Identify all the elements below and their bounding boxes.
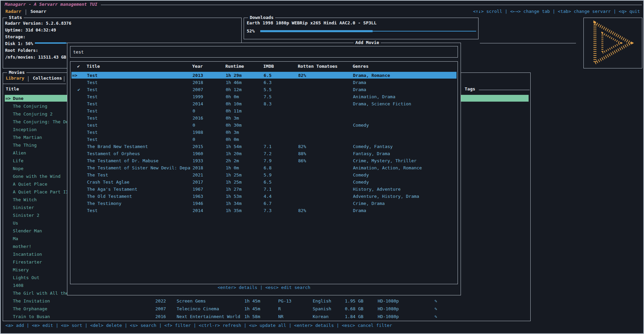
search-result-row[interactable]: Test 1999 0h 0m 7.5 Animation, Drama xyxy=(71,93,457,100)
tab-sonarr[interactable]: Sonarr xyxy=(30,9,46,14)
search-result-row[interactable]: Test 0 0h 0m xyxy=(71,136,457,143)
search-result-row[interactable]: Test 2016 0h 3m xyxy=(71,114,457,122)
result-title: Test xyxy=(87,136,191,143)
tab-radarr[interactable]: Radarr xyxy=(5,9,21,14)
result-title: Test xyxy=(87,72,191,79)
movie-list-item[interactable]: Train to Busan 2016 Next Entertainment W… xyxy=(3,313,530,320)
search-result-row[interactable]: The Aga's Testament 1967 1h 27m 7.1 Hist… xyxy=(71,186,457,193)
search-result-row[interactable]: The Brand New Testament 2015 1h 54m 7.1 … xyxy=(71,143,457,150)
search-result-row[interactable]: Test 2014 0h 10m 8.3 Drama, Science Fict… xyxy=(71,100,457,107)
result-runtime: 0h 12m xyxy=(226,86,242,93)
result-rotten-tomatoes: 82% xyxy=(298,143,306,150)
tags-column-header: Tags xyxy=(465,86,475,91)
movie-certification: PG-13 xyxy=(278,297,291,305)
search-result-row[interactable]: The Test 2021 1h 25m 5.9 Comedy xyxy=(71,171,457,179)
result-title: The Testament of Dr. Mabuse xyxy=(87,157,191,164)
background-panel-border xyxy=(480,43,576,43)
result-genres: Drama, Science Fiction xyxy=(353,100,455,107)
result-title: The Test xyxy=(87,171,191,179)
result-imdb: 6.3 xyxy=(264,79,271,86)
result-runtime: 1h 0m xyxy=(226,164,239,171)
result-year: 0 xyxy=(193,122,195,129)
edit-icon[interactable]: ✎ xyxy=(435,313,437,320)
modal-title: Add Movie xyxy=(354,40,381,45)
col-header-in-library: ✔ xyxy=(77,64,80,69)
movie-studio: Screen Gems xyxy=(177,297,206,305)
edit-icon[interactable]: ✎ xyxy=(435,297,437,305)
result-runtime: 1h 29m xyxy=(226,72,242,79)
in-library-check-icon: ✔ xyxy=(77,86,80,93)
edit-icon[interactable]: ✎ xyxy=(435,305,437,313)
search-result-row[interactable]: The Testament of Dr. Mabuse 1933 2h 2m 7… xyxy=(71,157,457,164)
search-result-row[interactable]: test 0 0h 30m Comedy xyxy=(71,122,457,129)
result-genres: Fantasy, Drama xyxy=(353,150,455,157)
title-column-header: Title xyxy=(6,86,19,91)
tab-separator xyxy=(64,76,64,82)
result-title: The Old Testament xyxy=(87,193,191,200)
download-item: Earth 1998 1080p WEBRip x265 Hindi AAC2.… xyxy=(247,20,377,25)
result-imdb: 7.2 xyxy=(264,150,271,157)
result-year: 2021 xyxy=(193,171,203,179)
result-genres: Drama xyxy=(353,207,455,214)
result-runtime: 0h 10m xyxy=(226,100,242,107)
result-title: The Testament of Sister New Devil: Depar xyxy=(87,164,191,171)
result-rotten-tomatoes: 82% xyxy=(298,207,306,214)
movie-runtime: 1h 45m xyxy=(244,305,260,313)
result-title: Test xyxy=(87,207,191,214)
search-result-row[interactable]: Test 2014 1h 35m 7.3 82% Drama xyxy=(71,207,457,214)
search-result-row[interactable]: Crash Test Aglae 2017 1h 25m 6.5 Comedy xyxy=(71,179,457,186)
tab-collections[interactable]: Collections xyxy=(33,76,62,81)
tab-library[interactable]: Library xyxy=(6,76,24,81)
search-result-row[interactable]: The Testament of Sister New Devil: Depar… xyxy=(71,164,457,171)
stats-panel-title: Stats xyxy=(7,15,24,20)
tab-separator xyxy=(28,76,28,82)
search-input[interactable] xyxy=(70,46,458,57)
disk-usage-label: Disk 1: 56% xyxy=(5,41,33,46)
movie-language: English xyxy=(313,297,331,305)
app-title: Managarr - A Servarr management TUI xyxy=(5,2,97,7)
search-result-row[interactable]: Test 2018 1h 46m 6.3 Drama xyxy=(71,79,457,86)
search-result-row[interactable]: Testament of Orpheus 1960 1h 20m 7.2 88%… xyxy=(71,150,457,157)
result-title: Testament of Orpheus xyxy=(87,150,191,157)
search-result-row[interactable]: Test 0 0h 11m xyxy=(71,107,457,114)
movie-size: 1.84 GB xyxy=(345,313,363,320)
movie-certification: R xyxy=(278,305,281,313)
col-header-imdb: IMDB xyxy=(263,64,274,69)
results-list: => Test 2013 1h 29m 6.5 82% Drama, Roman… xyxy=(71,72,457,214)
storage-heading: Storage: xyxy=(5,34,25,39)
col-header-title: Title xyxy=(87,64,100,69)
result-imdb: 4.4 xyxy=(264,193,271,200)
movie-list-item[interactable]: The Invitation 2022 Screen Gems 1h 45m P… xyxy=(3,297,530,305)
search-results-table: ✔ Title Year Runtime IMDB Rotten Tomatoe… xyxy=(70,61,458,284)
search-result-row[interactable]: The Old Testament 1963 1h 53m 4.4 Advent… xyxy=(71,193,457,200)
result-imdb: 5.9 xyxy=(264,171,271,179)
result-title: Test xyxy=(87,93,191,100)
result-genres: History, Adventure xyxy=(353,186,455,193)
result-genres: Comedy xyxy=(353,171,455,179)
result-imdb: 6.7 xyxy=(264,200,271,207)
result-year: 2018 xyxy=(193,79,203,86)
search-result-row[interactable]: => Test 2013 1h 29m 6.5 82% Drama, Roman… xyxy=(71,72,457,79)
result-rotten-tomatoes: 88% xyxy=(298,150,306,157)
result-genres: Drama xyxy=(353,79,455,86)
result-runtime: 1h 34m xyxy=(226,200,242,207)
result-year: 0 xyxy=(193,107,195,114)
movie-language: Spanish xyxy=(313,305,331,313)
result-year: 2016 xyxy=(193,114,203,122)
col-header-runtime: Runtime xyxy=(225,64,244,69)
result-title: Test xyxy=(87,100,191,107)
result-year: 1963 xyxy=(193,193,203,200)
search-result-row[interactable]: ✔ Test 2007 0h 12m 5.5 Drama xyxy=(71,86,457,93)
root-folder-value: /nfs/movies: 11511.43 GB xyxy=(5,55,66,60)
movie-list-item[interactable]: The Orphanage 2007 Telecinco Cinema 1h 4… xyxy=(3,305,530,313)
search-result-row[interactable]: The Testimony 1946 1h 34m 6.7 Crime, Dra… xyxy=(71,200,457,207)
search-result-row[interactable]: Test 1988 0h 3m xyxy=(71,129,457,136)
radarr-version: Radarr Version: 5.2.6.8376 xyxy=(5,21,71,26)
result-imdb: 6.5 xyxy=(264,72,271,79)
result-year: 1946 xyxy=(193,200,203,207)
movie-year: 2022 xyxy=(155,297,166,305)
movie-year: 2016 xyxy=(155,313,166,320)
selection-indicator: => xyxy=(5,95,11,102)
movie-title: Train to Busan xyxy=(13,313,81,320)
downloads-panel: Downloads Earth 1998 1080p WEBRip x265 H… xyxy=(244,18,479,39)
